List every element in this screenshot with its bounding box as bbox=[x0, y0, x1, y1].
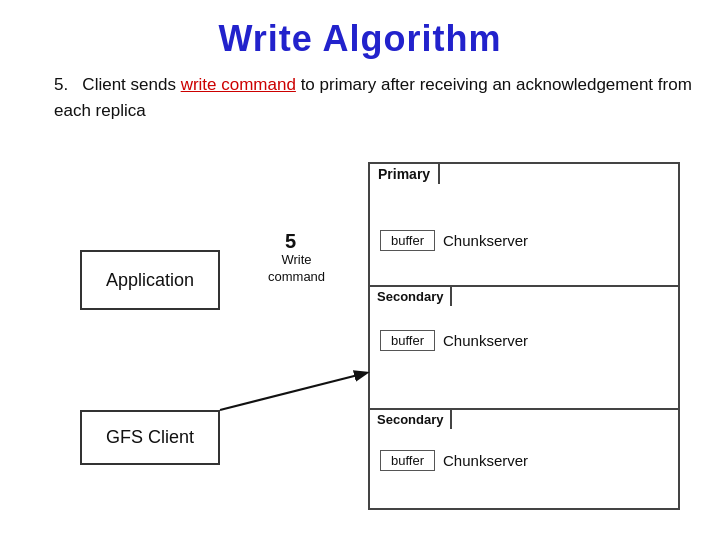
primary-chunkserver: Chunkserver bbox=[443, 232, 528, 249]
secondary1-label: Secondary bbox=[368, 285, 452, 306]
write-command-text: Writecommand bbox=[268, 252, 325, 286]
step-text-before: Client sends bbox=[82, 75, 180, 94]
svg-line-0 bbox=[220, 373, 366, 410]
primary-label: Primary bbox=[368, 162, 440, 184]
secondary2-chunkserver: Chunkserver bbox=[443, 452, 528, 469]
application-label: Application bbox=[106, 270, 194, 291]
write-command-highlight: write command bbox=[181, 75, 296, 94]
application-box: Application bbox=[80, 250, 220, 310]
gfs-client-box: GFS Client bbox=[80, 410, 220, 465]
secondary2-row: buffer Chunkserver bbox=[380, 450, 528, 471]
step-number: 5. bbox=[54, 75, 68, 94]
diagram: Application GFS Client 5 Writecommand Pr… bbox=[0, 130, 720, 530]
secondary1-row: buffer Chunkserver bbox=[380, 330, 528, 351]
primary-row: buffer Chunkserver bbox=[380, 230, 528, 251]
secondary1-buffer: buffer bbox=[380, 330, 435, 351]
step-description: 5. Client sends write command to primary… bbox=[54, 72, 720, 123]
secondary2-buffer: buffer bbox=[380, 450, 435, 471]
secondary2-label: Secondary bbox=[368, 408, 452, 429]
page-title: Write Algorithm bbox=[0, 0, 720, 60]
primary-buffer: buffer bbox=[380, 230, 435, 251]
step5-number: 5 bbox=[285, 230, 296, 253]
gfs-client-label: GFS Client bbox=[106, 427, 194, 448]
secondary1-chunkserver: Chunkserver bbox=[443, 332, 528, 349]
